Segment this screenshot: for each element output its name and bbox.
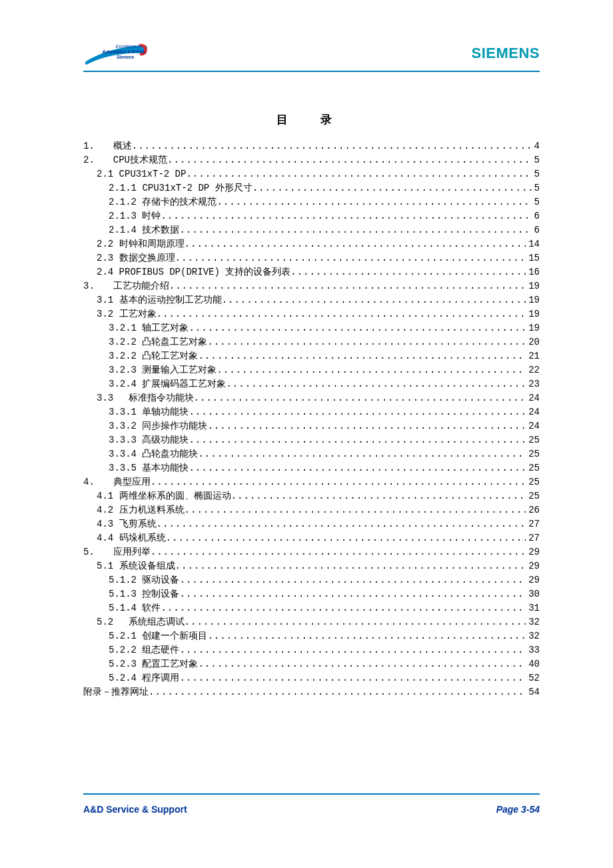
toc-entry-label: 3.2.2 凸轮盘工艺对象: [109, 335, 207, 349]
toc-entry-label: 3.2 工艺对象: [97, 307, 157, 321]
toc-entry-label: 2.2 时钟和周期原理: [97, 237, 185, 251]
toc-leader-dots: [132, 139, 532, 153]
toc-entry: 4. 典型应用 25: [83, 475, 540, 489]
toc-entry-label: 2.1 CPU31xT-2 DP: [97, 167, 186, 181]
toc-entry-label: 3.2.2 凸轮工艺对象: [109, 349, 198, 363]
toc-entry-page: 6: [532, 223, 540, 237]
toc-entry: 5.1.3 控制设备 30: [83, 587, 540, 601]
toc-entry-page: 22: [526, 363, 540, 377]
toc-leader-dots: [185, 237, 526, 251]
toc-leader-dots: [175, 559, 526, 573]
toc-entry-page: 5: [532, 181, 540, 195]
toc-leader-dots: [179, 587, 526, 601]
toc-entry: 4.1 两维坐标系的圆、椭圆运动 25: [83, 489, 540, 503]
toc-leader-dots: [207, 335, 526, 349]
toc-entry: 5. 应用列举 29: [83, 545, 540, 559]
toc-title: 目 录: [83, 112, 540, 127]
toc-entry: 3.3.2 同步操作功能块 24: [83, 419, 540, 433]
toc-entry-label: 3. 工艺功能介绍: [83, 279, 169, 293]
toc-leader-dots: [198, 657, 526, 671]
toc-entry-label: 4. 典型应用: [83, 475, 151, 489]
toc-entry-label: 3.3.4 凸轮盘功能块: [109, 447, 198, 461]
toc-entry: 5.2.1 创建一个新项目 32: [83, 629, 540, 643]
toc-leader-dots: [207, 419, 526, 433]
toc-entry: 2.4 PROFIBUS DP(DRIVE) 支持的设备列表 16: [83, 265, 540, 279]
toc-entry-label: 3.1 基本的运动控制工艺功能: [97, 293, 222, 307]
toc-leader-dots: [189, 405, 526, 419]
toc-entry: 2. CPU技术规范 5: [83, 153, 540, 167]
toc-leader-dots: [217, 363, 526, 377]
toc-leader-dots: [198, 447, 526, 461]
siemens-slogan-logo: Excellence in Automation & Drives: Sieme…: [83, 40, 150, 67]
toc-entry-label: 3.3.1 单轴功能块: [109, 405, 189, 419]
toc-entry-label: 4.1 两维坐标系的圆、椭圆运动: [97, 489, 231, 503]
page-footer: A&D Service & Support Page 3-54: [83, 793, 540, 815]
toc-entry-label: 3.2.4 扩展编码器工艺对象: [109, 377, 226, 391]
toc-entry-page: 24: [526, 405, 540, 419]
toc-entry-page: 20: [526, 335, 540, 349]
toc-entry-label: 5.1 系统设备组成: [97, 559, 175, 573]
toc-entry-page: 19: [526, 279, 540, 293]
toc-entry: 4.3 飞剪系统 27: [83, 517, 540, 531]
toc-entry-label: 5. 应用列举: [83, 545, 151, 559]
toc-entry: 3.2.1 轴工艺对象 19: [83, 321, 540, 335]
swoosh-icon: Excellence in Automation & Drives: Sieme…: [83, 40, 150, 67]
toc-leader-dots: [179, 671, 526, 685]
svg-text:Excellence in: Excellence in: [116, 44, 141, 49]
toc-entry-label: 1. 概述: [83, 139, 132, 153]
toc-leader-dots: [189, 433, 526, 447]
toc-entry-label: 5.1.4 软件: [109, 601, 161, 615]
toc-entry-label: 5.1.3 控制设备: [109, 587, 179, 601]
toc-entry-page: 52: [526, 671, 540, 685]
toc-entry-page: 27: [526, 517, 540, 531]
toc-entry: 附录－推荐网址 54: [83, 685, 540, 699]
toc-leader-dots: [217, 195, 531, 209]
toc-entry-page: 25: [526, 447, 540, 461]
toc-leader-dots: [161, 601, 526, 615]
toc-entry-page: 15: [526, 251, 540, 265]
toc-entry-page: 25: [526, 461, 540, 475]
toc-entry-page: 21: [526, 349, 540, 363]
toc-entry-page: 32: [526, 615, 540, 629]
toc-entry: 3.3.5 基本功能快 25: [83, 461, 540, 475]
toc-entry-label: 5.2.4 程序调用: [109, 671, 179, 685]
toc-entry-page: 30: [526, 587, 540, 601]
toc-entry-label: 5.2.3 配置工艺对象: [109, 657, 198, 671]
siemens-wordmark: SIEMENS: [471, 45, 540, 62]
toc-entry-page: 25: [526, 433, 540, 447]
svg-text:Automation & Drives:: Automation & Drives:: [102, 49, 147, 54]
toc-entry-page: 25: [526, 489, 540, 503]
toc-entry-page: 19: [526, 293, 540, 307]
toc-leader-dots: [207, 629, 526, 643]
table-of-contents: 1. 概述 42. CPU技术规范 52.1 CPU31xT-2 DP 52.1…: [83, 139, 540, 699]
toc-entry-page: 26: [526, 503, 540, 517]
toc-entry-label: 5.2 系统组态调试: [97, 615, 185, 629]
toc-entry: 5.1 系统设备组成 29: [83, 559, 540, 573]
toc-entry-label: 2.1.3 时钟: [109, 209, 161, 223]
footer-right: Page 3-54: [496, 804, 540, 815]
toc-entry-page: 40: [526, 657, 540, 671]
toc-leader-dots: [175, 251, 526, 265]
toc-entry-label: 3.2.3 测量输入工艺对象: [109, 363, 217, 377]
toc-leader-dots: [151, 475, 526, 489]
toc-entry-label: 4.3 飞剪系统: [97, 517, 157, 531]
toc-entry: 5.2.2 组态硬件 33: [83, 643, 540, 657]
toc-entry: 3.3 标准指令功能块 24: [83, 391, 540, 405]
toc-entry-page: 25: [526, 475, 540, 489]
toc-entry: 2.1.4 技术数据 6: [83, 223, 540, 237]
toc-entry-page: 33: [526, 643, 540, 657]
toc-entry-page: 5: [532, 195, 540, 209]
toc-leader-dots: [167, 153, 532, 167]
toc-leader-dots: [179, 573, 526, 587]
toc-entry: 5.2 系统组态调试 32: [83, 615, 540, 629]
toc-entry: 3. 工艺功能介绍 19: [83, 279, 540, 293]
toc-leader-dots: [189, 321, 526, 335]
toc-entry: 4.2 压力机送料系统 26: [83, 503, 540, 517]
toc-entry-label: 5.1.2 驱动设备: [109, 573, 179, 587]
toc-entry-page: 31: [526, 601, 540, 615]
toc-leader-dots: [157, 517, 526, 531]
toc-leader-dots: [253, 181, 532, 195]
toc-leader-dots: [226, 377, 526, 391]
toc-entry-page: 4: [532, 139, 540, 153]
toc-entry: 5.2.4 程序调用 52: [83, 671, 540, 685]
